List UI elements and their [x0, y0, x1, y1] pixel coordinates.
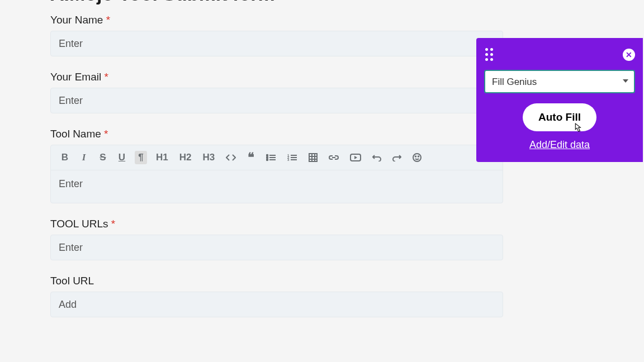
rich-text-editor: B I S U ¶ H1 H2 H3 ❝ 123	[50, 145, 503, 203]
code-button[interactable]	[224, 151, 238, 164]
svg-point-19	[413, 154, 421, 161]
paragraph-button[interactable]: ¶	[135, 151, 147, 164]
svg-point-21	[418, 156, 419, 157]
label-text: Tool URL	[50, 275, 94, 287]
field-tool-urls: TOOL URLs *	[50, 218, 594, 260]
svg-text:3: 3	[287, 158, 290, 161]
input-tool-urls[interactable]	[50, 235, 503, 260]
redo-button[interactable]	[390, 151, 404, 164]
video-button[interactable]	[348, 151, 363, 164]
drag-handle-icon[interactable]	[484, 47, 494, 62]
extension-topbar: ✕	[484, 47, 635, 62]
strike-button[interactable]: S	[97, 151, 109, 164]
underline-button[interactable]: U	[116, 151, 128, 164]
italic-button[interactable]: I	[78, 151, 90, 164]
field-tool-url: Tool URL	[50, 275, 594, 317]
svg-marker-18	[354, 156, 357, 159]
auto-fill-button[interactable]: Auto Fill	[523, 103, 596, 131]
required-asterisk: *	[106, 14, 110, 26]
ordered-list-button[interactable]: 123	[285, 151, 300, 164]
label-text: Tool Name	[50, 128, 101, 140]
svg-point-2	[267, 157, 268, 159]
required-asterisk: *	[104, 128, 108, 140]
extension-panel: ✕ Fill Genius Auto Fill Add/Edit data	[476, 38, 643, 162]
svg-point-0	[267, 155, 268, 156]
page-title: AIMojo Tool Submit form	[50, 0, 594, 5]
close-button[interactable]: ✕	[623, 49, 635, 61]
input-tool-url[interactable]	[50, 292, 503, 317]
emoji-button[interactable]	[410, 151, 424, 164]
h1-button[interactable]: H1	[154, 151, 171, 164]
link-button[interactable]	[326, 151, 341, 164]
bullet-list-button[interactable]	[264, 151, 278, 164]
required-asterisk: *	[104, 71, 108, 83]
svg-point-4	[267, 159, 268, 161]
profile-select-wrap: Fill Genius	[484, 70, 635, 93]
label-text: Your Email	[50, 71, 101, 83]
editor-toolbar: B I S U ¶ H1 H2 H3 ❝ 123	[51, 145, 503, 170]
auto-fill-label: Auto Fill	[538, 111, 581, 123]
label-your-name: Your Name *	[50, 14, 594, 26]
bold-button[interactable]: B	[59, 151, 71, 164]
svg-rect-12	[309, 154, 317, 161]
profile-select[interactable]: Fill Genius	[484, 70, 635, 93]
label-tool-urls: TOOL URLs *	[50, 218, 594, 230]
table-button[interactable]	[306, 151, 320, 164]
h2-button[interactable]: H2	[177, 151, 194, 164]
input-your-name[interactable]	[50, 31, 503, 56]
h3-button[interactable]: H3	[200, 151, 217, 164]
editor-textarea[interactable]: Enter	[51, 170, 503, 203]
required-asterisk: *	[111, 218, 115, 230]
undo-button[interactable]	[370, 151, 383, 164]
add-edit-data-link[interactable]: Add/Edit data	[484, 139, 635, 151]
label-text: Your Name	[50, 14, 103, 26]
svg-point-20	[415, 156, 416, 157]
label-tool-url: Tool URL	[50, 275, 594, 287]
quote-button[interactable]: ❝	[245, 151, 257, 164]
input-your-email[interactable]	[50, 88, 503, 113]
label-text: TOOL URLs	[50, 218, 108, 230]
cursor-pointer-icon	[572, 122, 582, 135]
